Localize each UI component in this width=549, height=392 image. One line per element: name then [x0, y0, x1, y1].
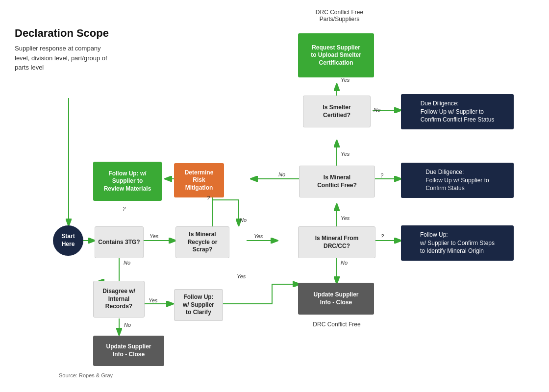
determine-risk-node: DetermineRiskMitigation: [174, 163, 224, 197]
label-no-smelter: No: [374, 107, 380, 113]
drc-top-label: DRC Conflict FreeParts/Suppliers: [301, 9, 377, 23]
is-mineral-conflict-free-node: Is MineralConflict Free?: [299, 166, 375, 197]
source-text: Source: Ropes & Gray: [59, 372, 113, 378]
label-yes-clarify: Yes: [237, 273, 246, 279]
start-here-node: StartHere: [53, 225, 83, 256]
label-no-mineralrecycle: No: [240, 217, 247, 223]
due-diligence-1-node: Due Diligence:Follow Up w/ Supplier toCo…: [401, 94, 514, 129]
label-yes-contains3tg: Yes: [150, 233, 158, 239]
label-q-followup: ?: [123, 206, 125, 212]
label-yes-mineralrecycle: Yes: [254, 233, 263, 239]
drc-bottom-label: DRC Conflict Free: [303, 321, 371, 328]
label-no-contains3tg: No: [124, 260, 130, 266]
label-q-conflictfree: ?: [380, 172, 383, 178]
disagree-internal-node: Disagree w/InternalRecords?: [93, 281, 145, 318]
label-no-mineraldrc: No: [341, 260, 348, 266]
follow-up-origin-node: Follow Up:w/ Supplier to Confirm Stepsto…: [401, 225, 514, 261]
declaration-scope: Declaration Scope Supplier response at c…: [15, 27, 113, 73]
label-q-mineraldrc: ?: [381, 233, 384, 239]
label-yes-disagree: Yes: [149, 297, 157, 303]
is-smelter-certified-node: Is SmelterCertified?: [303, 96, 371, 127]
diagram-container: Declaration Scope Supplier response at c…: [0, 0, 549, 392]
label-no-disagree: No: [124, 322, 131, 328]
mineral-recycle-node: Is MineralRecycle orScrap?: [175, 226, 229, 258]
label-yes-mineraldrc: Yes: [341, 215, 349, 221]
follow-up-clarify-node: Follow Up:w/ Supplierto Clarify: [174, 289, 223, 321]
label-yes-conflictfree: Yes: [341, 151, 349, 157]
contains-3tg-node: Contains 3TG?: [95, 226, 144, 258]
request-supplier-node: Request Supplierto Upload SmelterCertifi…: [298, 33, 374, 77]
update-close-2-node: Update SupplierInfo - Close: [298, 283, 374, 315]
label-no-conflictfree: No: [278, 172, 285, 177]
update-close-1-node: Update SupplierInfo - Close: [93, 336, 164, 366]
label-q-determine: ?: [207, 195, 210, 201]
declaration-desc: Supplier response at company level, divi…: [15, 44, 113, 73]
due-diligence-2-node: Due Diligence:Follow Up w/ Supplier toCo…: [401, 163, 514, 198]
is-mineral-from-drc-node: Is Mineral FromDRC/CC?: [298, 226, 375, 258]
declaration-title: Declaration Scope: [15, 27, 113, 40]
follow-up-review-node: Follow Up: w/Supplier toReview Materials: [93, 162, 162, 201]
label-yes-smelter: Yes: [341, 77, 349, 83]
